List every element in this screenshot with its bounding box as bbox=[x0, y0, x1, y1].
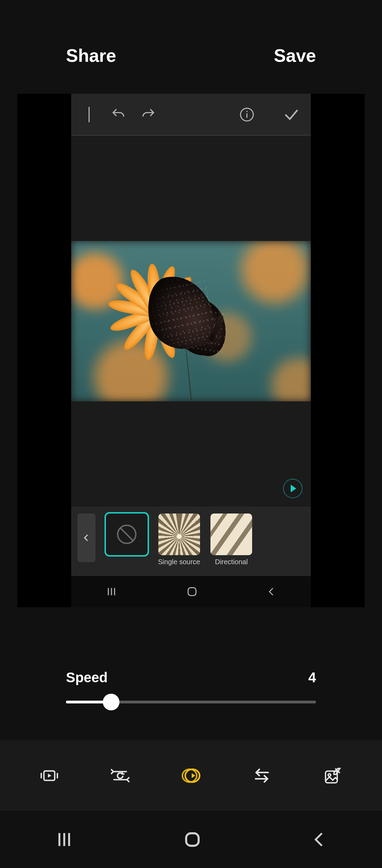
save-button[interactable]: Save bbox=[274, 45, 316, 66]
boomerang-tool-icon[interactable] bbox=[177, 762, 205, 790]
inner-nav-bar bbox=[71, 576, 311, 607]
redo-icon[interactable] bbox=[140, 107, 156, 123]
system-back-icon[interactable] bbox=[311, 831, 327, 848]
bottom-toolbar bbox=[0, 740, 382, 811]
inner-toolbar bbox=[71, 94, 311, 135]
svg-marker-13 bbox=[192, 773, 195, 778]
loop-tool-icon[interactable] bbox=[106, 762, 134, 790]
effect-single-source[interactable]: Single source bbox=[158, 514, 200, 566]
effects-strip: Single source Directional bbox=[71, 507, 311, 576]
clip-tool-icon[interactable] bbox=[35, 762, 63, 790]
svg-marker-8 bbox=[48, 774, 51, 778]
preview-image bbox=[71, 241, 311, 401]
system-recents-icon[interactable] bbox=[55, 830, 74, 849]
inner-home-icon[interactable] bbox=[186, 586, 198, 598]
confirm-check-icon[interactable] bbox=[282, 106, 300, 124]
effect-none[interactable] bbox=[106, 514, 148, 558]
info-icon[interactable] bbox=[239, 107, 255, 122]
cursor-indicator bbox=[89, 107, 90, 122]
image-canvas[interactable] bbox=[71, 135, 311, 507]
effect-directional[interactable]: Directional bbox=[210, 514, 252, 566]
system-nav-bar bbox=[0, 811, 382, 868]
speed-slider[interactable] bbox=[66, 695, 316, 709]
undo-icon[interactable] bbox=[110, 107, 126, 123]
effect-single-source-label: Single source bbox=[158, 558, 200, 566]
system-home-icon[interactable] bbox=[183, 830, 202, 849]
svg-point-2 bbox=[246, 111, 248, 112]
preview-frame: Single source Directional bbox=[17, 94, 365, 607]
share-button[interactable]: Share bbox=[66, 45, 116, 66]
effect-directional-label: Directional bbox=[215, 558, 248, 566]
edit-image-tool-icon[interactable] bbox=[319, 762, 347, 790]
speed-value: 4 bbox=[308, 670, 316, 685]
svg-rect-19 bbox=[186, 833, 199, 846]
swap-tool-icon[interactable] bbox=[248, 762, 276, 790]
speed-label: Speed bbox=[66, 670, 108, 685]
play-icon[interactable] bbox=[283, 479, 302, 498]
effects-back-button[interactable] bbox=[77, 514, 96, 562]
inner-back-icon[interactable] bbox=[266, 586, 277, 597]
none-icon bbox=[117, 525, 136, 544]
inner-recents-icon[interactable] bbox=[105, 585, 118, 598]
svg-point-15 bbox=[328, 774, 331, 776]
svg-rect-6 bbox=[188, 588, 196, 596]
